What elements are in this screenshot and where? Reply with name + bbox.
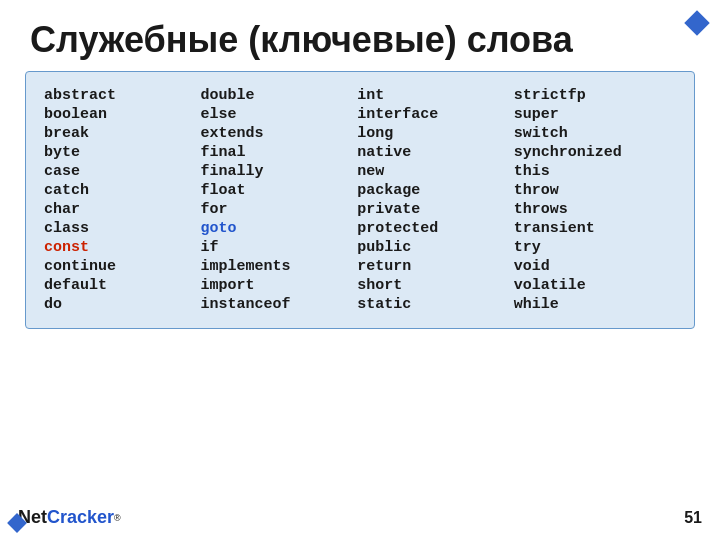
keyword-cell: final: [201, 143, 358, 162]
footer: Net Cracker ® 51: [0, 507, 720, 528]
keyword-cell: native: [357, 143, 514, 162]
keyword-cell: case: [44, 162, 201, 181]
keywords-box: abstractdoubleintstrictfpbooleanelseinte…: [25, 71, 695, 329]
keyword-cell: short: [357, 276, 514, 295]
keyword-cell: transient: [514, 219, 676, 238]
keyword-cell: const: [44, 238, 201, 257]
keyword-cell: static: [357, 295, 514, 314]
keyword-cell: for: [201, 200, 358, 219]
table-row: classgotoprotectedtransient: [44, 219, 676, 238]
keyword-cell: boolean: [44, 105, 201, 124]
table-row: bytefinalnativesynchronized: [44, 143, 676, 162]
keyword-cell: private: [357, 200, 514, 219]
keyword-cell: char: [44, 200, 201, 219]
keyword-cell: else: [201, 105, 358, 124]
keyword-cell: extends: [201, 124, 358, 143]
keyword-cell: float: [201, 181, 358, 200]
keyword-cell: finally: [201, 162, 358, 181]
keyword-cell: class: [44, 219, 201, 238]
table-row: booleanelseinterfacesuper: [44, 105, 676, 124]
keyword-cell: synchronized: [514, 143, 676, 162]
table-row: catchfloatpackagethrow: [44, 181, 676, 200]
keyword-cell: public: [357, 238, 514, 257]
keyword-cell: new: [357, 162, 514, 181]
keyword-cell: if: [201, 238, 358, 257]
slide: Служебные (ключевые) слова abstractdoubl…: [0, 0, 720, 540]
keyword-cell: try: [514, 238, 676, 257]
table-row: doinstanceofstaticwhile: [44, 295, 676, 314]
keyword-cell: while: [514, 295, 676, 314]
page-number: 51: [684, 509, 702, 527]
logo-reg: ®: [114, 513, 121, 523]
keyword-cell: int: [357, 86, 514, 105]
table-row: continueimplementsreturnvoid: [44, 257, 676, 276]
keyword-cell: byte: [44, 143, 201, 162]
keyword-cell: instanceof: [201, 295, 358, 314]
keyword-cell: void: [514, 257, 676, 276]
table-row: defaultimportshortvolatile: [44, 276, 676, 295]
keyword-cell: interface: [357, 105, 514, 124]
table-row: charforprivatethrows: [44, 200, 676, 219]
table-row: casefinallynewthis: [44, 162, 676, 181]
keyword-cell: throw: [514, 181, 676, 200]
keyword-cell: break: [44, 124, 201, 143]
keyword-cell: strictfp: [514, 86, 676, 105]
keyword-cell: import: [201, 276, 358, 295]
keyword-cell: abstract: [44, 86, 201, 105]
slide-title: Служебные (ключевые) слова: [0, 0, 720, 71]
keyword-cell: default: [44, 276, 201, 295]
keyword-cell: do: [44, 295, 201, 314]
logo: Net Cracker ®: [18, 507, 121, 528]
table-row: breakextendslongswitch: [44, 124, 676, 143]
keyword-cell: package: [357, 181, 514, 200]
keyword-cell: goto: [201, 219, 358, 238]
keyword-cell: return: [357, 257, 514, 276]
keywords-table: abstractdoubleintstrictfpbooleanelseinte…: [44, 86, 676, 314]
keyword-cell: continue: [44, 257, 201, 276]
table-row: abstractdoubleintstrictfp: [44, 86, 676, 105]
table-row: constifpublictry: [44, 238, 676, 257]
keyword-cell: protected: [357, 219, 514, 238]
keyword-cell: volatile: [514, 276, 676, 295]
keyword-cell: throws: [514, 200, 676, 219]
keyword-cell: long: [357, 124, 514, 143]
keyword-cell: implements: [201, 257, 358, 276]
keyword-cell: super: [514, 105, 676, 124]
keyword-cell: this: [514, 162, 676, 181]
keyword-cell: catch: [44, 181, 201, 200]
keyword-cell: switch: [514, 124, 676, 143]
keyword-cell: double: [201, 86, 358, 105]
logo-cracker: Cracker: [47, 507, 114, 528]
